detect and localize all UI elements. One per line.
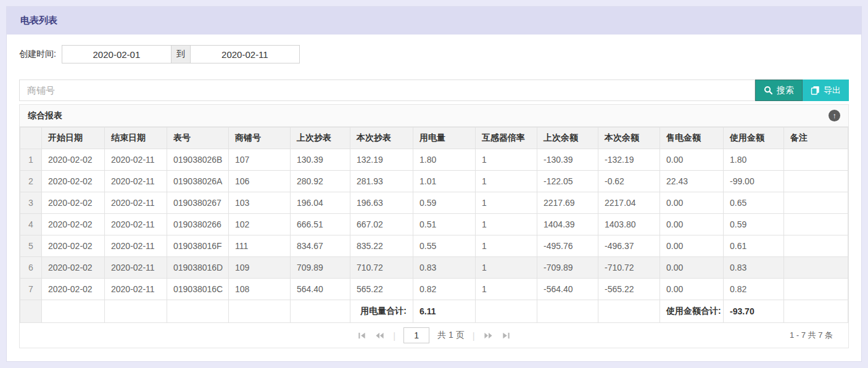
- column-header: 使用金额: [724, 128, 784, 149]
- collapse-up-arrow-icon[interactable]: ↑: [829, 110, 840, 121]
- table-cell: 1.80: [413, 149, 476, 171]
- table-cell: 710.72: [350, 257, 413, 279]
- table-cell: [476, 300, 537, 323]
- search-button[interactable]: 搜索: [755, 80, 803, 101]
- table-cell: [105, 300, 167, 323]
- search-button-label: 搜索: [777, 85, 794, 96]
- table-cell: 2020-02-02: [42, 149, 105, 171]
- table-row[interactable]: 12020-02-022020-02-11019038026B107130.39…: [20, 149, 848, 171]
- table-cell: 1: [476, 214, 537, 235]
- table-cell: 1: [476, 257, 537, 279]
- shop-number-search-input[interactable]: [19, 80, 755, 101]
- meter-report-table: 开始日期结束日期表号商铺号上次抄表本次抄表用电量互感器倍率上次余额本次余额售电金…: [20, 127, 848, 323]
- table-cell: 1: [476, 171, 537, 192]
- table-cell: 0.00: [660, 214, 724, 235]
- date-from-input[interactable]: [62, 45, 172, 63]
- table-cell: 0.82: [413, 279, 476, 300]
- table-cell: 1: [476, 192, 537, 214]
- row-number-cell: 1: [20, 149, 42, 171]
- table-cell: [784, 279, 848, 300]
- table-cell: [167, 300, 229, 323]
- table-cell: -122.05: [537, 171, 598, 192]
- table-cell: 834.67: [291, 235, 350, 257]
- table-cell: 565.22: [350, 279, 413, 300]
- table-cell: 2020-02-02: [42, 257, 105, 279]
- column-header: 上次抄表: [291, 128, 350, 149]
- table-cell: 667.02: [350, 214, 413, 235]
- table-cell: 1404.39: [537, 214, 598, 235]
- table-cell: -132.19: [598, 149, 660, 171]
- table-cell: 0.59: [724, 214, 784, 235]
- usage-total-value: 6.11: [413, 300, 476, 323]
- column-header: 开始日期: [42, 128, 105, 149]
- date-range-to-label: 到: [171, 45, 191, 63]
- table-cell: 2217.04: [598, 192, 660, 214]
- export-button-label: 导出: [824, 85, 841, 96]
- table-cell: -710.72: [598, 257, 660, 279]
- table-cell: [784, 149, 848, 171]
- column-header: 备注: [784, 128, 848, 149]
- table-cell: 2020-02-02: [42, 279, 105, 300]
- table-cell: 0.51: [413, 214, 476, 235]
- table-cell: 0.00: [660, 235, 724, 257]
- date-range-group: 到: [62, 45, 300, 63]
- column-header: 商铺号: [229, 128, 291, 149]
- table-row[interactable]: 62020-02-022020-02-11019038016D109709.89…: [20, 257, 848, 279]
- table-cell: 1.01: [413, 171, 476, 192]
- table-cell: [784, 214, 848, 235]
- table-cell: 111: [229, 235, 291, 257]
- table-row[interactable]: 32020-02-022020-02-110190380267103196.04…: [20, 192, 848, 214]
- table-cell: 019038026B: [167, 149, 229, 171]
- table-row[interactable]: 52020-02-022020-02-11019038016F111834.67…: [20, 235, 848, 257]
- table-cell: 102: [229, 214, 291, 235]
- table-summary: 用电量合计: 6.11 使用金额合计: -93.70: [20, 300, 848, 323]
- table-cell: 564.40: [291, 279, 350, 300]
- table-cell: 0.83: [413, 257, 476, 279]
- last-page-icon[interactable]: [502, 331, 511, 340]
- table-cell: -709.89: [537, 257, 598, 279]
- table-cell: 0.55: [413, 235, 476, 257]
- prev-page-icon[interactable]: [374, 331, 385, 340]
- table-cell: [537, 300, 598, 323]
- summary-row: 用电量合计: 6.11 使用金额合计: -93.70: [20, 300, 848, 323]
- table-cell: 1: [476, 235, 537, 257]
- table-cell: 130.39: [291, 149, 350, 171]
- row-number-cell: 2: [20, 171, 42, 192]
- table-cell: 0.00: [660, 257, 724, 279]
- table-cell: 103: [229, 192, 291, 214]
- table-header-row: 开始日期结束日期表号商铺号上次抄表本次抄表用电量互感器倍率上次余额本次余额售电金…: [20, 128, 848, 149]
- table-cell: 2020-02-02: [42, 192, 105, 214]
- table-cell: 0.00: [660, 149, 724, 171]
- table-row[interactable]: 42020-02-022020-02-110190380266102666.51…: [20, 214, 848, 235]
- table-cell: 019038016C: [167, 279, 229, 300]
- column-header: 售电金额: [660, 128, 724, 149]
- export-button[interactable]: 导出: [803, 80, 849, 101]
- page-number-input[interactable]: [403, 327, 429, 343]
- column-header: 表号: [167, 128, 229, 149]
- search-icon: [764, 86, 773, 95]
- table-cell: 2020-02-11: [105, 257, 167, 279]
- table-cell: 0.59: [413, 192, 476, 214]
- table-row[interactable]: 72020-02-022020-02-11019038016C108564.40…: [20, 279, 848, 300]
- table-cell: 2020-02-11: [105, 192, 167, 214]
- table-cell: [784, 300, 848, 323]
- next-page-icon[interactable]: [483, 331, 494, 340]
- table-cell: 0.82: [724, 279, 784, 300]
- date-to-input[interactable]: [190, 45, 300, 63]
- table-cell: [784, 192, 848, 214]
- first-page-icon[interactable]: [357, 331, 366, 340]
- table-cell: 835.22: [350, 235, 413, 257]
- table-cell: 281.93: [350, 171, 413, 192]
- table-cell: [291, 300, 350, 323]
- page-title: 电表列表: [20, 15, 57, 27]
- table-cell: 1.80: [724, 149, 784, 171]
- table-cell: 0190380267: [167, 192, 229, 214]
- table-cell: -565.22: [598, 279, 660, 300]
- table-row[interactable]: 22020-02-022020-02-11019038026A106280.92…: [20, 171, 848, 192]
- table-cell: 2020-02-11: [105, 149, 167, 171]
- table-cell: -564.40: [537, 279, 598, 300]
- amount-total-label: 使用金额合计:: [660, 300, 724, 323]
- table-cell: [784, 171, 848, 192]
- created-time-label: 创建时间:: [19, 49, 56, 60]
- search-row: 搜索 导出: [19, 80, 849, 101]
